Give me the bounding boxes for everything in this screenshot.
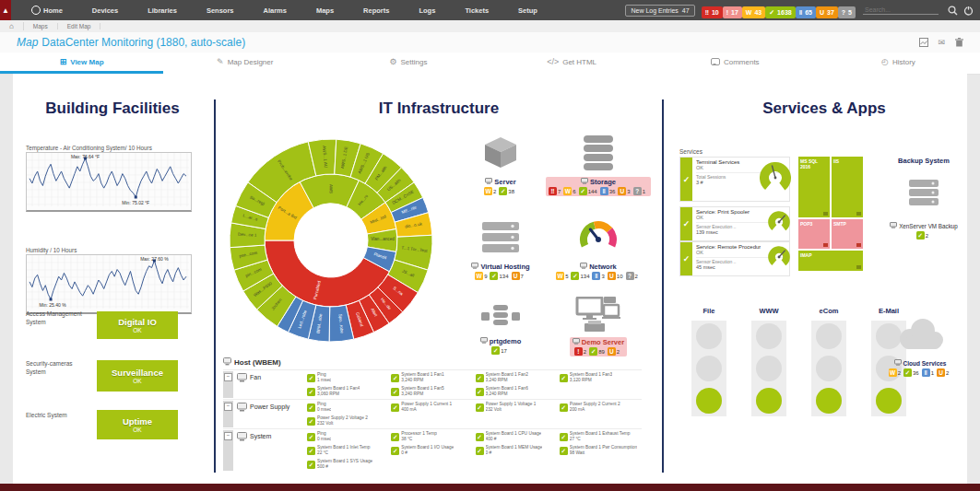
home-icon[interactable]: ⌂: [9, 22, 24, 30]
unusual-icon: U: [608, 272, 616, 280]
footer-bar: [0, 484, 980, 491]
ok-icon: ✓: [476, 374, 484, 382]
email-icon[interactable]: ✉: [938, 38, 945, 47]
ok-icon: ✓: [391, 403, 399, 412]
humidity-chart[interactable]: Max: 27.60 %Min: 25.40 %: [26, 254, 192, 314]
service-card-service-remote-procedure-c[interactable]: ✓Service: Remote Procedure C..OKSensor E…: [679, 241, 790, 276]
sensor-chip-system-board-1-cpu-usage[interactable]: ✓System Board 1 CPU Usage400 #: [476, 430, 558, 443]
collapse-icon[interactable]: −: [224, 373, 232, 381]
breadcrumb-item-maps[interactable]: Maps: [24, 23, 58, 29]
treemap-block-pop3[interactable]: POP3: [798, 219, 830, 249]
search-icon[interactable]: [946, 4, 959, 17]
sensor-chip-system-board-1-i-o-usage[interactable]: ✓System Board 1 I/O Usage0 #: [391, 444, 473, 457]
nav-item-label: Setup: [518, 6, 537, 15]
treemap-block-ms-sql-2016[interactable]: MS SQL 2016: [798, 157, 830, 217]
nav-item-libraries[interactable]: Libraries: [133, 6, 192, 15]
nav-item-maps[interactable]: Maps: [301, 6, 348, 15]
backup-header: Backup System: [878, 157, 970, 165]
treemap-block-smtp[interactable]: SMTP: [832, 219, 863, 249]
sensor-chip-ping[interactable]: ✓Ping0 msec: [307, 401, 389, 414]
tab-map-designer[interactable]: ✎Map Designer: [163, 53, 326, 74]
sensor-name: System Board 1 MEM Usage: [486, 445, 543, 450]
nav-item-reports[interactable]: Reports: [348, 6, 404, 15]
export-image-icon[interactable]: [917, 36, 930, 49]
sensor-chip-ping[interactable]: ✓Ping1 msec: [307, 371, 389, 384]
collapse-icon[interactable]: −: [224, 403, 232, 411]
sensor-value: 400 mA: [401, 407, 452, 413]
expander-gutter: −: [223, 401, 233, 427]
sensor-chip-processor-1-temp[interactable]: ✓Processor 1 Temp38 °C: [391, 430, 473, 443]
sensor-chip-system-board-1-fan5[interactable]: ✓System Board 1 Fan53,240 RPM: [391, 385, 473, 398]
status-badge-down_ack[interactable]: !17: [723, 6, 742, 18]
nav-item-sensors[interactable]: Sensors: [192, 6, 249, 15]
status-box-uptime[interactable]: UptimeOK: [97, 410, 178, 439]
status-box-digital-io[interactable]: Digital IOOK: [97, 311, 178, 339]
nav-item-logs[interactable]: Logs: [404, 6, 450, 15]
sensor-chip-system-board-1-exhaust-temp[interactable]: ✓System Board 1 Exhaust Temp27 °C: [560, 430, 642, 443]
temperature-chart[interactable]: Max: 76.64 °FMin: 75.02 °F: [26, 152, 192, 212]
status-badge-unusual[interactable]: U37: [816, 6, 838, 18]
tab-comments[interactable]: Comments: [654, 53, 817, 74]
device-virtual-hosting[interactable]: Virtual HostingW9✓134U7: [452, 214, 549, 297]
sensor-chip-system-board-1-inlet-temp[interactable]: ✓System Board 1 Inlet Temp22 °C: [307, 444, 389, 457]
nav-item-alarms[interactable]: Alarms: [249, 6, 301, 15]
column-divider: [662, 99, 664, 473]
status-badge-unknown[interactable]: ?5: [838, 6, 856, 18]
device-prtgdemo[interactable]: prtgdemo✓17: [452, 297, 549, 356]
badge-count: 7: [558, 189, 561, 194]
unusual-icon: U: [820, 9, 824, 16]
sensor-chip-power-supply-1-current-1[interactable]: ✓Power Supply 1 Current 1400 mA: [391, 401, 473, 414]
tab-get-html[interactable]: </>Get HTML: [490, 53, 654, 74]
tab-settings[interactable]: ⚙Settings: [326, 53, 490, 74]
breadcrumb-item-edit-map[interactable]: Edit Map: [58, 23, 101, 29]
nav-item-home[interactable]: Home: [17, 6, 77, 15]
tab-history[interactable]: ◴History: [817, 53, 980, 74]
sensor-chip-system-board-1-fan4[interactable]: ✓System Board 1 Fan43,060 RPM: [307, 385, 389, 398]
device-demo-server[interactable]: Demo Server!2✓89U2: [549, 297, 647, 356]
search-input[interactable]: [863, 6, 939, 15]
collapse-icon[interactable]: −: [224, 432, 232, 440]
nav-item-devices[interactable]: Devices: [77, 6, 133, 15]
status-badge-warning[interactable]: W43: [742, 6, 765, 18]
sensor-chip-ping[interactable]: ✓Ping0 msec: [307, 430, 389, 443]
new-log-entries-button[interactable]: New Log Entries 47: [625, 5, 694, 17]
backup-device-row[interactable]: XenServer VM Backup: [878, 222, 970, 229]
device-storage[interactable]: Storage‼7W6✓144‖36U3?1: [549, 129, 647, 214]
temperature-chart-label: Temperature - Air Conditioning System/ 1…: [26, 145, 152, 151]
status-box-surveillance[interactable]: SurveillanceOK: [97, 360, 178, 392]
tab-view-map[interactable]: ⊞View Map: [0, 53, 163, 74]
sensor-chip-power-supply-2-voltage-2[interactable]: ✓Power Supply 2 Voltage 2232 Volt: [307, 415, 389, 427]
badge-count: 2: [635, 274, 638, 279]
service-card-service-print-spooler[interactable]: ✓Service: Print SpoolerOKSensor Executio…: [679, 206, 790, 241]
device-network[interactable]: NetworkW5✓134‖3U10?2: [549, 214, 647, 297]
delete-icon[interactable]: [952, 36, 965, 49]
sensor-chip-power-supply-1-voltage-1[interactable]: ✓Power Supply 1 Voltage 1232 Volt: [476, 401, 558, 414]
sensor-chip-power-supply-2-current-2[interactable]: ✓Power Supply 2 Current 2200 mA: [560, 401, 642, 414]
treemap-block-imap[interactable]: IMAP: [798, 251, 863, 271]
device-tree-sunburst[interactable]: PurcabledPort...a tbdAWSHe...roMist...lo…: [223, 133, 439, 348]
nav-item-tickets[interactable]: Tickets: [450, 6, 503, 15]
logout-power-icon[interactable]: [962, 4, 974, 17]
treemap-block-iis[interactable]: IIS: [832, 157, 863, 217]
sensor-chip-system-board-1-fan1[interactable]: ✓System Board 1 Fan13,240 RPM: [391, 371, 473, 384]
traffic-light-www[interactable]: WWW: [751, 321, 786, 416]
badge-count: 5: [848, 9, 852, 16]
traffic-light-ecom[interactable]: eCom: [811, 321, 846, 416]
status-badge-down[interactable]: ‼10: [702, 6, 723, 18]
sensor-chip-system-board-1-mem-usage[interactable]: ✓System Board 1 MEM Usage0 #: [476, 444, 558, 457]
badge-count: 1: [643, 189, 645, 194]
sensor-chip-system-board-1-fan6[interactable]: ✓System Board 1 Fan63,240 RPM: [476, 385, 558, 398]
nav-item-setup[interactable]: Setup: [503, 6, 552, 15]
sensor-chip-system-board-1-fan3[interactable]: ✓System Board 1 Fan33,120 RPM: [560, 371, 642, 384]
sensor-chip-system-board-1-fan2[interactable]: ✓System Board 1 Fan23,240 RPM: [476, 371, 558, 384]
sensor-chip-system-board-1-pwr-consumption[interactable]: ✓System Board 1 Pwr Consumption98 Watt: [560, 444, 642, 457]
device-server[interactable]: ServerW2✓38: [452, 129, 549, 214]
status-badge-paused[interactable]: ‖65: [796, 6, 816, 18]
status-badge-ok[interactable]: ✓1638: [765, 6, 795, 18]
cloud-device-row[interactable]: Cloud Services: [868, 359, 972, 367]
sensor-chip-system-board-1-sys-usage[interactable]: ✓System Board 1 SYS Usage500 #: [307, 458, 389, 471]
badge-count: 10: [712, 9, 719, 16]
badge-count: 2: [584, 349, 586, 355]
traffic-light-file[interactable]: File: [691, 321, 726, 416]
service-card-terminal-services[interactable]: ✓Terminal ServicesOKTotal Sessions3 #: [679, 157, 790, 202]
